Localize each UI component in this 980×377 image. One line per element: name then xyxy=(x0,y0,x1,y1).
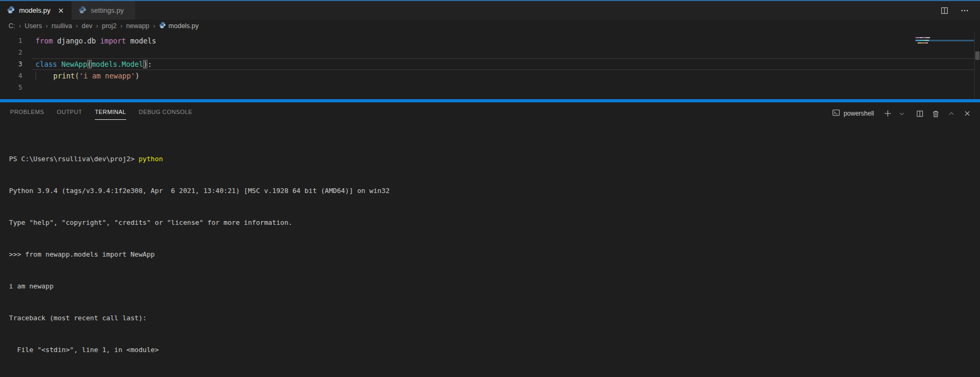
trash-icon[interactable] xyxy=(929,107,942,120)
tab-problems[interactable]: PROBLEMS xyxy=(4,107,50,120)
breadcrumb-item-newapp[interactable]: newapp xyxy=(126,22,149,30)
panel-tabs: PROBLEMS OUTPUT TERMINAL DEBUG CONSOLE xyxy=(0,107,199,120)
shell-label: powershell xyxy=(844,110,874,117)
code-line-4: 4 print('i am newapp') xyxy=(0,70,980,82)
token-string: 'i am newapp' xyxy=(79,72,135,80)
token-punctuation: ) xyxy=(135,72,139,80)
line-number: 4 xyxy=(0,70,22,82)
breadcrumb-item-drive[interactable]: C: xyxy=(8,22,15,30)
python-icon xyxy=(7,6,15,15)
token-space xyxy=(57,60,61,68)
tab-label: settings.py xyxy=(91,6,123,14)
token-punctuation: : xyxy=(147,60,152,68)
token-base-class: models.Model xyxy=(92,60,144,68)
tab-debug-console[interactable]: DEBUG CONSOLE xyxy=(133,107,199,120)
token-class-name: NewApp xyxy=(61,60,87,68)
more-actions-icon[interactable] xyxy=(959,5,970,16)
terminal-line: PS C:\Users\rsulliva\dev\proj2> python xyxy=(9,154,980,164)
code-line-1: 1 from django.db import models xyxy=(0,35,980,47)
breadcrumb-separator: › xyxy=(120,22,122,30)
breadcrumb-item-dev[interactable]: dev xyxy=(82,22,92,30)
code-text: from django.db import models xyxy=(36,35,156,47)
terminal-line: i am newapp xyxy=(9,281,980,292)
current-line-highlight xyxy=(32,58,974,70)
tab-terminal[interactable]: TERMINAL xyxy=(89,107,133,120)
split-terminal-icon[interactable] xyxy=(913,107,926,120)
token-keyword: from xyxy=(36,37,53,45)
token-keyword: import xyxy=(100,37,126,45)
editor-actions xyxy=(939,1,980,20)
vscode-window: models.py settings.py xyxy=(0,0,980,377)
token-module: django.db xyxy=(53,37,100,45)
terminal-output[interactable]: PS C:\Users\rsulliva\dev\proj2> python P… xyxy=(0,122,980,377)
breadcrumb-file-label: models.py xyxy=(169,22,199,30)
breadcrumb-separator: › xyxy=(19,22,21,30)
python-icon xyxy=(159,22,166,30)
tab-bar-empty-space xyxy=(135,1,939,20)
code-line-3: 3 class NewApp(models.Model): xyxy=(0,58,980,70)
shell-selector[interactable]: powershell xyxy=(832,109,874,118)
terminal-line: Python 3.9.4 (tags/v3.9.4:1f2e308, Apr 6… xyxy=(9,186,980,196)
code-text: class NewApp(models.Model): xyxy=(36,58,152,70)
tab-label: models.py xyxy=(19,6,50,14)
breadcrumb-separator: › xyxy=(96,22,98,30)
minimap[interactable] xyxy=(915,32,974,99)
python-icon xyxy=(78,6,86,15)
terminal-line: Type "help", "copyright", "credits" or "… xyxy=(9,217,980,228)
code-editor[interactable]: 1 from django.db import models 2 3 class… xyxy=(0,32,980,99)
minimap-border xyxy=(974,32,975,99)
breadcrumb-item-users[interactable]: Users xyxy=(25,22,42,30)
split-editor-icon[interactable] xyxy=(939,5,950,16)
breadcrumb-separator: › xyxy=(153,22,155,30)
terminal-command: python xyxy=(138,155,163,163)
editor-tab-bar: models.py settings.py xyxy=(0,1,980,20)
terminal-line: File "<stdin>", line 1, in <module> xyxy=(9,345,980,355)
token-bracket-match: ( xyxy=(87,60,92,68)
tab-settings-py[interactable]: settings.py xyxy=(72,1,135,20)
chevron-up-icon[interactable] xyxy=(945,107,958,120)
bottom-panel: PROBLEMS OUTPUT TERMINAL DEBUG CONSOLE p… xyxy=(0,102,980,377)
minimap-line-3 xyxy=(915,40,929,41)
breadcrumb-item-file[interactable]: models.py xyxy=(159,22,199,30)
minimap-line-1 xyxy=(915,37,930,38)
line-number: 3 xyxy=(0,58,22,70)
terminal-prompt: PS C:\Users\rsulliva\dev\proj2> xyxy=(9,155,138,163)
tab-models-py[interactable]: models.py xyxy=(0,1,72,20)
minimap-line-4 xyxy=(917,42,928,43)
token-keyword: class xyxy=(36,60,57,68)
breadcrumb-item-rsulliva[interactable]: rsulliva xyxy=(51,22,72,30)
terminal-icon xyxy=(832,109,840,118)
chevron-down-icon[interactable] xyxy=(897,107,906,120)
breadcrumb-separator: › xyxy=(46,22,48,30)
terminal-line: Traceback (most recent call last): xyxy=(9,313,980,323)
breadcrumb: C: › Users › rsulliva › dev › proj2 › ne… xyxy=(0,20,980,32)
breadcrumb-item-proj2[interactable]: proj2 xyxy=(102,22,117,30)
code-line-5: 5 xyxy=(0,82,980,93)
tab-output[interactable]: OUTPUT xyxy=(50,107,89,120)
line-number: 1 xyxy=(0,35,22,47)
line-number: 5 xyxy=(0,82,22,93)
terminal-actions: powershell xyxy=(832,107,980,120)
code-text: print('i am newapp') xyxy=(36,70,139,82)
token-function: print xyxy=(54,72,75,80)
editor-scrollbar-thumb[interactable] xyxy=(975,51,979,60)
token-name: models xyxy=(126,37,156,45)
close-icon[interactable] xyxy=(56,5,66,16)
panel-header: PROBLEMS OUTPUT TERMINAL DEBUG CONSOLE p… xyxy=(0,102,980,122)
line-number: 2 xyxy=(0,47,22,58)
breadcrumb-separator: › xyxy=(76,22,78,30)
terminal-line: >>> from newapp.models import NewApp xyxy=(9,249,980,260)
new-terminal-icon[interactable] xyxy=(881,107,894,120)
indent-guide xyxy=(36,72,54,80)
close-icon[interactable] xyxy=(961,107,974,120)
code-line-2: 2 xyxy=(0,47,980,58)
